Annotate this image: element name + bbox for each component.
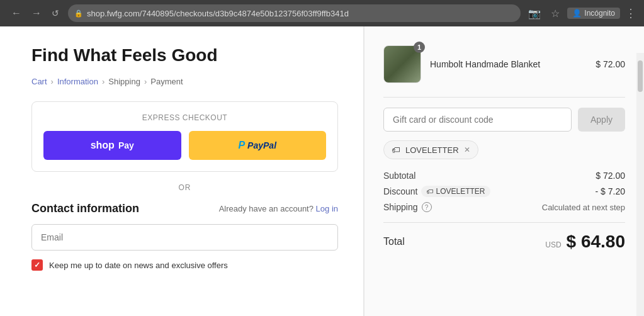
tag-mini-icon: 🏷 xyxy=(426,188,433,195)
browser-menu-icon[interactable]: ⋮ xyxy=(625,6,636,20)
discount-code-tag-inline: 🏷 LOVELETTER xyxy=(421,186,490,197)
checkmark-icon: ✓ xyxy=(34,261,40,269)
email-field[interactable] xyxy=(31,224,338,251)
reload-button[interactable]: ↺ xyxy=(48,5,63,21)
paypal-label: PayPal xyxy=(247,140,276,150)
breadcrumb-shipping: Shipping xyxy=(108,77,140,86)
shop-pay-icon: shop xyxy=(91,140,115,151)
page-container: Find What Feels Good Cart › Information … xyxy=(0,26,644,316)
product-info: Humbolt Handmade Blanket xyxy=(430,59,587,69)
discount-inline-code: LOVELETTER xyxy=(436,187,485,196)
price-rows: Subtotal $ 72.00 Discount 🏷 LOVELETTER -… xyxy=(383,171,625,212)
incognito-icon: 👤 xyxy=(572,9,582,18)
total-right: USD $ 64.80 xyxy=(545,232,625,252)
lock-icon: 🔒 xyxy=(74,9,83,18)
breadcrumb: Cart › Information › Shipping › Payment xyxy=(31,77,338,86)
store-title: Find What Feels Good xyxy=(31,45,338,65)
breadcrumb-sep-3: › xyxy=(144,77,147,86)
subtotal-row: Subtotal $ 72.00 xyxy=(383,171,625,181)
shipping-info-icon[interactable]: ? xyxy=(422,202,432,212)
breadcrumb-sep-2: › xyxy=(102,77,105,86)
total-label: Total xyxy=(383,236,405,247)
tag-close-icon[interactable]: ✕ xyxy=(464,145,470,154)
divider-1 xyxy=(383,97,625,98)
newsletter-checkbox-row: ✓ Keep me up to date on news and exclusi… xyxy=(31,259,338,271)
total-currency: USD xyxy=(545,240,561,249)
breadcrumb-cart[interactable]: Cart xyxy=(31,77,47,86)
subtotal-value: $ 72.00 xyxy=(596,171,625,181)
express-checkout-section: Express checkout shop Pay P PayPal xyxy=(31,101,338,172)
star-icon[interactable]: ☆ xyxy=(548,5,562,22)
browser-chrome: ← → ↺ 🔒 shop.fwfg.com/7440895/checkouts/… xyxy=(0,0,644,26)
section-header: Contact information Already have an acco… xyxy=(31,202,338,215)
scrollbar-thumb[interactable] xyxy=(638,60,643,92)
scrollbar[interactable] xyxy=(636,53,644,316)
discount-code-input[interactable] xyxy=(383,108,572,132)
or-divider: OR xyxy=(31,183,338,192)
shop-pay-button[interactable]: shop Pay xyxy=(43,131,181,160)
browser-actions: 📷 ☆ 👤 Incógnito ⋮ xyxy=(526,5,636,22)
nav-buttons: ← → ↺ xyxy=(8,5,63,21)
incognito-badge: 👤 Incógnito xyxy=(567,8,620,19)
discount-label: Discount 🏷 LOVELETTER xyxy=(383,186,490,197)
product-name: Humbolt Handmade Blanket xyxy=(430,59,587,69)
product-price: $ 72.00 xyxy=(596,59,625,69)
shop-pay-label: Pay xyxy=(118,140,134,150)
right-panel: 1 Humbolt Handmade Blanket $ 72.00 Apply… xyxy=(364,26,644,316)
express-buttons: shop Pay P PayPal xyxy=(43,131,326,160)
discount-tag: 🏷 LOVELETTER ✕ xyxy=(383,140,478,159)
breadcrumb-information[interactable]: Information xyxy=(57,77,98,86)
newsletter-checkbox[interactable]: ✓ xyxy=(31,259,43,271)
discount-value: - $ 7.20 xyxy=(596,186,625,196)
total-row: Total USD $ 64.80 xyxy=(383,222,625,252)
subtotal-label: Subtotal xyxy=(383,171,415,181)
shipping-value: Calculated at next step xyxy=(542,203,625,212)
product-image-wrap: 1 xyxy=(383,45,421,83)
already-account-text: Already have an account? Log in xyxy=(219,204,338,213)
apply-button[interactable]: Apply xyxy=(578,108,625,132)
back-button[interactable]: ← xyxy=(8,5,25,21)
url-text: shop.fwfg.com/7440895/checkouts/d3b9c487… xyxy=(87,9,514,18)
discount-code-label: LOVELETTER xyxy=(405,145,459,155)
incognito-label: Incógnito xyxy=(584,9,615,18)
discount-input-row: Apply xyxy=(383,108,625,132)
paypal-button[interactable]: P PayPal xyxy=(189,131,327,160)
contact-info-title: Contact information xyxy=(31,202,139,215)
shipping-label: Shipping ? xyxy=(383,202,432,212)
express-checkout-title: Express checkout xyxy=(43,113,326,122)
camera-off-icon[interactable]: 📷 xyxy=(526,5,543,22)
discount-row: Discount 🏷 LOVELETTER - $ 7.20 xyxy=(383,186,625,197)
breadcrumb-sep-1: › xyxy=(51,77,54,86)
breadcrumb-payment: Payment xyxy=(150,77,183,86)
log-in-link[interactable]: Log in xyxy=(316,204,338,213)
product-quantity-badge: 1 xyxy=(414,42,425,53)
product-row: 1 Humbolt Handmade Blanket $ 72.00 xyxy=(383,45,625,83)
forward-button[interactable]: → xyxy=(28,5,45,21)
address-bar[interactable]: 🔒 shop.fwfg.com/7440895/checkouts/d3b9c4… xyxy=(68,4,521,22)
paypal-p-icon: P xyxy=(238,140,245,151)
contact-info-section: Contact information Already have an acco… xyxy=(31,202,338,271)
shipping-row: Shipping ? Calculated at next step xyxy=(383,202,625,212)
left-panel: Find What Feels Good Cart › Information … xyxy=(0,26,364,316)
total-amount: $ 64.80 xyxy=(567,232,625,252)
newsletter-label: Keep me up to date on news and exclusive… xyxy=(49,261,228,270)
tag-icon: 🏷 xyxy=(392,145,400,155)
